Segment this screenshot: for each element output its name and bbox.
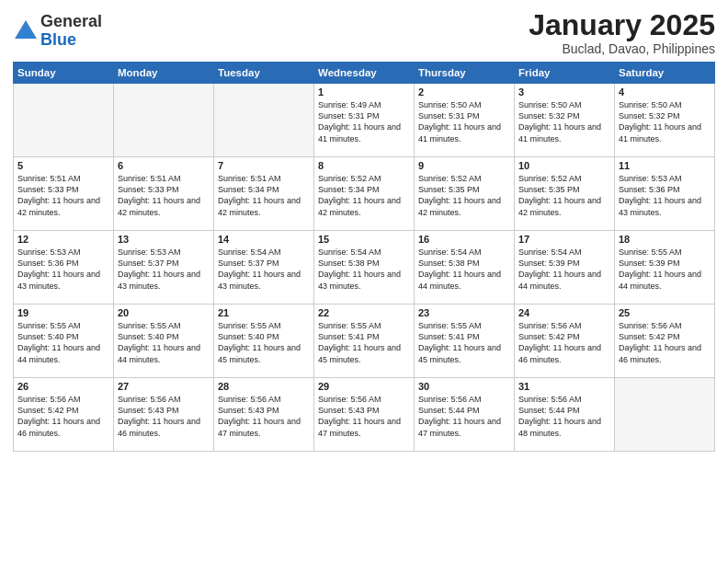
cal-cell [14, 84, 114, 157]
day-number: 29 [318, 381, 410, 392]
cell-info: Sunrise: 5:52 AMSunset: 5:35 PMDaylight:… [418, 173, 510, 218]
header-row: SundayMondayTuesdayWednesdayThursdayFrid… [14, 63, 715, 84]
cal-cell: 3Sunrise: 5:50 AMSunset: 5:32 PMDaylight… [515, 84, 615, 157]
day-number: 3 [518, 86, 610, 98]
cell-info: Sunrise: 5:54 AMSunset: 5:37 PMDaylight:… [218, 247, 310, 292]
day-number: 25 [619, 307, 711, 318]
cal-cell [214, 84, 314, 157]
day-number: 21 [218, 307, 310, 318]
cal-cell: 5Sunrise: 5:51 AMSunset: 5:33 PMDaylight… [14, 157, 114, 231]
cell-info: Sunrise: 5:51 AMSunset: 5:34 PMDaylight:… [218, 173, 310, 218]
day-number: 30 [418, 381, 510, 392]
cal-cell: 23Sunrise: 5:55 AMSunset: 5:41 PMDayligh… [415, 304, 515, 378]
cell-info: Sunrise: 5:52 AMSunset: 5:34 PMDaylight:… [318, 173, 410, 218]
cell-info: Sunrise: 5:55 AMSunset: 5:40 PMDaylight:… [118, 320, 210, 365]
day-header-tuesday: Tuesday [214, 63, 314, 84]
cal-cell: 8Sunrise: 5:52 AMSunset: 5:34 PMDaylight… [314, 157, 415, 231]
week-row-1: 5Sunrise: 5:51 AMSunset: 5:33 PMDaylight… [14, 157, 715, 231]
day-header-sunday: Sunday [14, 63, 114, 84]
day-number: 24 [518, 307, 610, 318]
cal-cell: 17Sunrise: 5:54 AMSunset: 5:39 PMDayligh… [515, 231, 615, 304]
cell-info: Sunrise: 5:50 AMSunset: 5:32 PMDaylight:… [619, 99, 711, 144]
cell-info: Sunrise: 5:52 AMSunset: 5:35 PMDaylight:… [518, 173, 610, 218]
day-number: 18 [619, 234, 711, 245]
day-number: 28 [218, 381, 310, 392]
cell-info: Sunrise: 5:50 AMSunset: 5:31 PMDaylight:… [418, 99, 510, 144]
cell-info: Sunrise: 5:51 AMSunset: 5:33 PMDaylight:… [17, 173, 109, 218]
page: General Blue January 2025 Buclad, Davao,… [0, 0, 728, 563]
cal-cell: 18Sunrise: 5:55 AMSunset: 5:39 PMDayligh… [615, 231, 715, 304]
logo-text: General Blue [40, 13, 102, 50]
cal-cell [114, 84, 214, 157]
subtitle: Buclad, Davao, Philippines [529, 41, 715, 56]
cal-cell: 28Sunrise: 5:56 AMSunset: 5:43 PMDayligh… [214, 378, 314, 452]
cal-cell: 10Sunrise: 5:52 AMSunset: 5:35 PMDayligh… [515, 157, 615, 231]
cal-cell: 4Sunrise: 5:50 AMSunset: 5:32 PMDaylight… [615, 84, 715, 157]
cal-cell: 22Sunrise: 5:55 AMSunset: 5:41 PMDayligh… [314, 304, 415, 378]
cal-cell: 21Sunrise: 5:55 AMSunset: 5:40 PMDayligh… [214, 304, 314, 378]
day-number: 16 [418, 234, 510, 245]
cal-cell: 13Sunrise: 5:53 AMSunset: 5:37 PMDayligh… [114, 231, 214, 304]
cell-info: Sunrise: 5:56 AMSunset: 5:43 PMDaylight:… [218, 394, 310, 439]
cal-cell: 25Sunrise: 5:56 AMSunset: 5:42 PMDayligh… [615, 304, 715, 378]
cell-info: Sunrise: 5:56 AMSunset: 5:43 PMDaylight:… [118, 394, 210, 439]
cell-info: Sunrise: 5:53 AMSunset: 5:37 PMDaylight:… [118, 247, 210, 292]
header: General Blue January 2025 Buclad, Davao,… [13, 9, 715, 56]
cell-info: Sunrise: 5:56 AMSunset: 5:42 PMDaylight:… [17, 394, 109, 439]
cell-info: Sunrise: 5:55 AMSunset: 5:40 PMDaylight:… [17, 320, 109, 365]
cell-info: Sunrise: 5:50 AMSunset: 5:32 PMDaylight:… [518, 99, 610, 144]
cell-info: Sunrise: 5:55 AMSunset: 5:39 PMDaylight:… [619, 247, 711, 292]
cell-info: Sunrise: 5:55 AMSunset: 5:41 PMDaylight:… [418, 320, 510, 365]
day-number: 19 [17, 307, 109, 318]
day-number: 20 [118, 307, 210, 318]
cell-info: Sunrise: 5:56 AMSunset: 5:42 PMDaylight:… [619, 320, 711, 365]
day-number: 26 [17, 381, 109, 392]
logo-blue-text: Blue [40, 31, 102, 50]
day-number: 10 [518, 160, 610, 171]
cell-info: Sunrise: 5:51 AMSunset: 5:33 PMDaylight:… [118, 173, 210, 218]
cal-cell: 14Sunrise: 5:54 AMSunset: 5:37 PMDayligh… [214, 231, 314, 304]
cal-cell: 16Sunrise: 5:54 AMSunset: 5:38 PMDayligh… [415, 231, 515, 304]
cell-info: Sunrise: 5:54 AMSunset: 5:39 PMDaylight:… [518, 247, 610, 292]
calendar-table: SundayMondayTuesdayWednesdayThursdayFrid… [13, 62, 715, 452]
day-number: 22 [318, 307, 410, 318]
day-number: 14 [218, 234, 310, 245]
week-row-2: 12Sunrise: 5:53 AMSunset: 5:36 PMDayligh… [14, 231, 715, 304]
title-block: January 2025 Buclad, Davao, Philippines [529, 9, 715, 56]
cal-cell: 27Sunrise: 5:56 AMSunset: 5:43 PMDayligh… [114, 378, 214, 452]
day-number: 8 [318, 160, 410, 171]
cal-cell: 6Sunrise: 5:51 AMSunset: 5:33 PMDaylight… [114, 157, 214, 231]
cal-cell: 30Sunrise: 5:56 AMSunset: 5:44 PMDayligh… [415, 378, 515, 452]
day-number: 6 [118, 160, 210, 171]
day-number: 15 [318, 234, 410, 245]
cell-info: Sunrise: 5:56 AMSunset: 5:44 PMDaylight:… [418, 394, 510, 439]
cal-cell: 1Sunrise: 5:49 AMSunset: 5:31 PMDaylight… [314, 84, 415, 157]
cal-cell: 20Sunrise: 5:55 AMSunset: 5:40 PMDayligh… [114, 304, 214, 378]
cal-cell [615, 378, 715, 452]
cal-cell: 29Sunrise: 5:56 AMSunset: 5:43 PMDayligh… [314, 378, 415, 452]
day-number: 1 [318, 86, 410, 98]
logo-icon [13, 18, 39, 44]
day-header-saturday: Saturday [615, 63, 715, 84]
month-title: January 2025 [529, 9, 715, 41]
day-header-monday: Monday [114, 63, 214, 84]
cell-info: Sunrise: 5:54 AMSunset: 5:38 PMDaylight:… [318, 247, 410, 292]
cal-cell: 9Sunrise: 5:52 AMSunset: 5:35 PMDaylight… [415, 157, 515, 231]
day-number: 12 [17, 234, 109, 245]
day-header-friday: Friday [515, 63, 615, 84]
day-number: 23 [418, 307, 510, 318]
day-header-thursday: Thursday [415, 63, 515, 84]
cell-info: Sunrise: 5:56 AMSunset: 5:43 PMDaylight:… [318, 394, 410, 439]
cell-info: Sunrise: 5:56 AMSunset: 5:44 PMDaylight:… [518, 394, 610, 439]
cell-info: Sunrise: 5:49 AMSunset: 5:31 PMDaylight:… [318, 99, 410, 144]
day-number: 5 [17, 160, 109, 171]
cal-cell: 11Sunrise: 5:53 AMSunset: 5:36 PMDayligh… [615, 157, 715, 231]
day-number: 2 [418, 86, 510, 98]
cal-cell: 12Sunrise: 5:53 AMSunset: 5:36 PMDayligh… [14, 231, 114, 304]
day-number: 31 [518, 381, 610, 392]
day-number: 13 [118, 234, 210, 245]
cal-cell: 19Sunrise: 5:55 AMSunset: 5:40 PMDayligh… [14, 304, 114, 378]
cal-cell: 26Sunrise: 5:56 AMSunset: 5:42 PMDayligh… [14, 378, 114, 452]
day-number: 11 [619, 160, 711, 171]
cell-info: Sunrise: 5:56 AMSunset: 5:42 PMDaylight:… [518, 320, 610, 365]
